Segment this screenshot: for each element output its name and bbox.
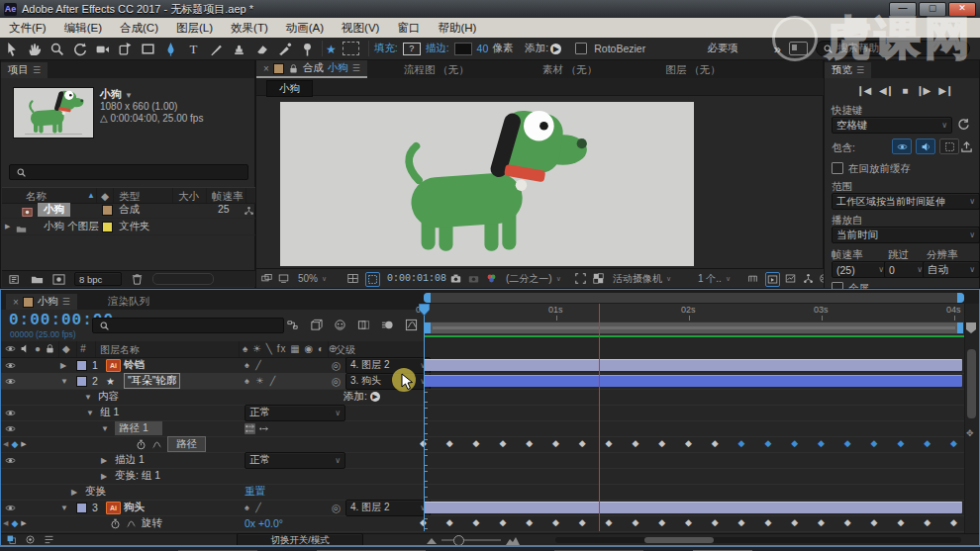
parent-pickwhip-icon[interactable]: ◎ xyxy=(332,357,341,373)
timeline-row-狗头[interactable]: ▼3Ai狗头♠ ╱◎4. 图层 2∨ xyxy=(1,500,424,516)
keyframe-navigator[interactable]: ◀◆▶ xyxy=(3,515,27,531)
roto-brush-tool[interactable] xyxy=(273,39,296,58)
timeline-row-路径 1[interactable]: ▼路径 1 xyxy=(1,420,424,437)
timeline-h-scrollbar[interactable] xyxy=(555,537,961,543)
keyframe[interactable]: ◆ xyxy=(818,439,825,448)
keyframe[interactable]: ◆ xyxy=(924,518,931,527)
property-name[interactable]: 旋转 xyxy=(142,515,162,531)
expander-icon[interactable]: ▼ xyxy=(60,373,70,389)
fill-label[interactable]: 填充: xyxy=(374,42,398,55)
layer-switches[interactable]: ♠ ╱ xyxy=(245,357,263,373)
stroke-swatch[interactable] xyxy=(454,43,472,55)
layer-switches[interactable]: ♠ ☀ ╱ xyxy=(245,373,277,389)
keyframe[interactable]: ◆ xyxy=(606,439,613,448)
track-row[interactable] xyxy=(424,452,964,469)
cache-export-icon[interactable] xyxy=(960,140,973,153)
zoom-out-mountain-icon[interactable] xyxy=(427,536,437,544)
expander-icon[interactable]: ▼路径 1 xyxy=(101,420,162,436)
keyframe[interactable]: ◆ xyxy=(844,439,851,448)
color-depth-button[interactable]: 8 bpc xyxy=(74,272,122,286)
navigator-end-handle[interactable] xyxy=(957,293,964,303)
keyframe[interactable]: ◆ xyxy=(446,439,453,448)
include-audio-toggle[interactable] xyxy=(916,138,935,154)
selection-tool[interactable] xyxy=(0,39,23,58)
time-navigator[interactable] xyxy=(424,293,964,303)
framerate-dropdown[interactable]: (25)∨ xyxy=(832,261,889,278)
panel-menu-icon[interactable]: ☰ xyxy=(33,65,41,75)
keyframe-navigator[interactable]: ◀◆▶ xyxy=(3,436,27,452)
navigator-start-handle[interactable] xyxy=(424,293,431,303)
keyframe[interactable]: ◆ xyxy=(473,439,480,448)
last-frame-button[interactable]: ▶❙ xyxy=(938,85,952,96)
menu-编辑(E)[interactable]: 编辑(E) xyxy=(55,18,111,38)
motion-blur-icon[interactable] xyxy=(381,318,394,331)
keyframe[interactable]: ◆ xyxy=(924,439,931,448)
comp-label-swatch[interactable] xyxy=(273,63,284,74)
shy-icon[interactable] xyxy=(334,318,346,331)
composition-viewer-tab[interactable]: × 合成 小狗 ☰ xyxy=(256,60,367,78)
blend-mode-dropdown[interactable]: 正常∨ xyxy=(245,405,345,420)
include-overlays-toggle[interactable] xyxy=(939,138,959,154)
keyframe[interactable]: ◆ xyxy=(844,518,851,527)
parent-dropdown[interactable]: 3. 狗头∨ xyxy=(345,373,431,389)
resolution-dropdown[interactable]: 自动∨ xyxy=(923,261,980,278)
project-tab[interactable]: 项目☰ xyxy=(1,62,48,78)
add-property-control[interactable]: 添加: ▶ xyxy=(343,389,380,405)
keyframe[interactable]: ◆ xyxy=(791,439,798,448)
keyframe[interactable]: ◆ xyxy=(764,518,771,527)
layer-switches[interactable]: ♠ ╱ xyxy=(245,500,263,515)
menu-效果(T)[interactable]: 效果(T) xyxy=(222,18,277,38)
keyframe[interactable]: ◆ xyxy=(446,518,453,527)
project-row-小狗 个图层[interactable]: ▶小狗 个图层文件夹 xyxy=(2,219,255,235)
expander-icon[interactable]: ▶ xyxy=(5,223,10,230)
track-row[interactable] xyxy=(424,468,964,485)
track-row[interactable] xyxy=(424,420,964,437)
menu-视图(V)[interactable]: 视图(V) xyxy=(333,18,388,38)
clone-stamp-tool[interactable] xyxy=(228,39,250,58)
label-swatch[interactable] xyxy=(102,222,113,232)
workspace-label[interactable]: 必要项 xyxy=(707,42,738,55)
keyframe[interactable]: ◆ xyxy=(499,439,506,448)
new-composition-icon[interactable] xyxy=(52,273,65,286)
menu-帮助(H)[interactable]: 帮助(H) xyxy=(429,18,485,38)
mask-visibility-icon[interactable] xyxy=(365,272,380,287)
keyframe[interactable]: ◆ xyxy=(658,518,665,527)
path-operation-icons[interactable] xyxy=(245,420,269,436)
keyframe[interactable]: ◆ xyxy=(658,439,665,448)
keyframe[interactable]: ◆ xyxy=(738,439,745,448)
property-value[interactable]: 0x +0.0° xyxy=(245,515,283,531)
goal-post-icon[interactable] xyxy=(747,272,758,285)
video-toggle[interactable] xyxy=(5,420,16,436)
solo-column-icon[interactable]: ● xyxy=(35,343,41,354)
draft-3d-icon[interactable] xyxy=(310,318,323,331)
panel-menu-icon[interactable]: ☰ xyxy=(62,297,70,307)
layer-name[interactable]: "耳朵"轮廓 xyxy=(124,373,180,389)
viewer-timecode[interactable]: 0:00:01:08 xyxy=(387,272,446,285)
track-row[interactable] xyxy=(424,405,964,421)
show-channels-icon[interactable] xyxy=(486,272,497,285)
expand-transfer-controls-icon[interactable] xyxy=(6,534,17,545)
multi-view-icon[interactable] xyxy=(261,272,272,285)
flowchart-tab[interactable]: 流程图 （无） xyxy=(397,62,476,78)
expander-icon[interactable]: ▼组 1 xyxy=(86,405,119,420)
timeline-row-变换[interactable]: ▶变换重置 xyxy=(1,484,424,501)
previous-frame-button[interactable]: ◀❙ xyxy=(879,85,893,96)
next-frame-button[interactable]: ❙▶ xyxy=(916,85,930,96)
layer-name-column-header[interactable]: 图层名称 xyxy=(100,343,140,357)
keyframe[interactable]: ◆ xyxy=(685,518,692,527)
mask-visibility-icon[interactable] xyxy=(343,42,359,55)
keyframe[interactable]: ◆ xyxy=(632,518,638,527)
expand-modes-icon[interactable] xyxy=(25,534,36,545)
keyframe[interactable]: ◆ xyxy=(579,439,586,448)
comp-mini-marker-icon[interactable]: ✥ xyxy=(966,428,974,438)
region-of-interest-icon[interactable] xyxy=(575,272,586,285)
track-row[interactable] xyxy=(424,357,964,374)
hand-tool[interactable] xyxy=(23,39,46,58)
new-folder-icon[interactable] xyxy=(31,273,44,286)
layer-tab[interactable]: 图层 （无） xyxy=(658,62,727,78)
parent-column-header[interactable]: 父级 xyxy=(336,343,355,357)
track-row[interactable] xyxy=(424,389,964,406)
maximize-button[interactable]: ▢ xyxy=(919,2,946,17)
keyframe[interactable]: ◆ xyxy=(526,439,533,448)
layer-duration-bar[interactable] xyxy=(424,375,962,387)
